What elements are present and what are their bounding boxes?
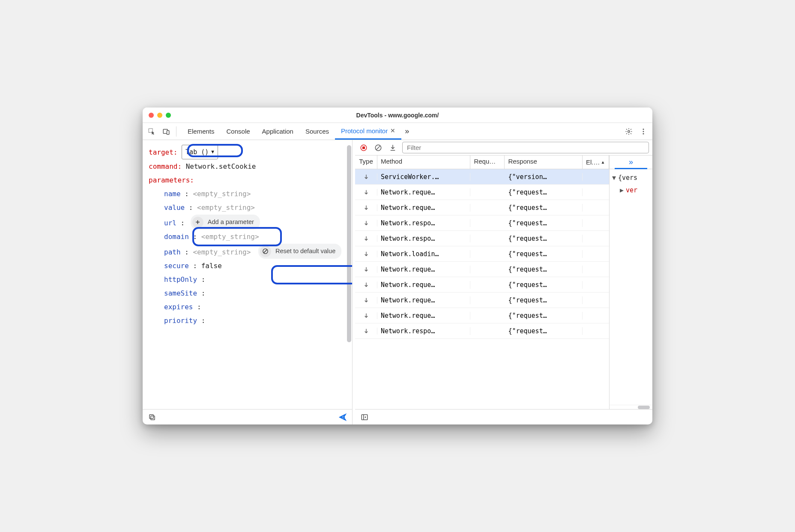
target-key: target (149, 148, 173, 156)
filter-input[interactable] (402, 142, 649, 153)
col-response[interactable]: Response (505, 155, 583, 169)
param-name: name (164, 190, 181, 198)
log-row[interactable]: Network.reque…{"request… (355, 185, 609, 200)
log-response: {"request… (505, 296, 583, 304)
param-value[interactable]: <empty_string> (193, 248, 251, 256)
param-value[interactable]: <empty_string> (197, 203, 255, 212)
log-response: {"request… (505, 219, 583, 227)
svg-point-5 (643, 131, 644, 132)
log-method: ServiceWorker.… (377, 173, 470, 181)
close-tab-icon[interactable]: ✕ (390, 127, 395, 134)
expand-arrow-icon[interactable]: ▼ (612, 172, 618, 184)
log-method: Network.reque… (377, 204, 470, 212)
command-value: Network.setCookie (186, 162, 256, 170)
tab-elements[interactable]: Elements (182, 123, 221, 140)
detail-key: ver (626, 186, 637, 194)
log-row[interactable]: Network.reque…{"request… (355, 200, 609, 215)
param-name: httpOnly (164, 275, 197, 284)
save-log-icon[interactable] (388, 143, 398, 153)
toggle-left-pane-icon[interactable] (359, 412, 370, 422)
settings-icon[interactable] (622, 125, 635, 138)
tab-label: Application (262, 128, 293, 135)
parameters-key: parameters (149, 176, 190, 184)
col-elapsed[interactable]: El.…▲ (583, 155, 609, 169)
plus-icon (192, 217, 203, 228)
editor-footer (143, 409, 352, 424)
reset-default-button[interactable]: Reset to default value (258, 244, 341, 259)
arrow-down-icon (355, 235, 377, 242)
log-row[interactable]: Network.respo…{"request… (355, 231, 609, 246)
log-row[interactable]: ServiceWorker.…{"version… (355, 169, 609, 185)
log-footer (355, 409, 652, 424)
log-row[interactable]: Network.respo…{"request… (355, 215, 609, 231)
copy-icon[interactable] (147, 412, 157, 422)
arrow-down-icon (355, 312, 377, 319)
log-response: {"request… (505, 204, 583, 212)
more-tabs-button[interactable]: » (401, 123, 412, 140)
arrow-down-icon (355, 328, 377, 335)
col-type[interactable]: Type (355, 155, 377, 169)
detail-tabs-overflow[interactable]: » (610, 155, 652, 169)
log-response: {"version… (505, 173, 583, 181)
arrow-down-icon (355, 220, 377, 227)
svg-rect-10 (151, 416, 155, 420)
param-value[interactable]: <empty_string> (201, 233, 259, 241)
kebab-menu-icon[interactable] (637, 125, 650, 138)
record-icon[interactable] (359, 143, 369, 153)
log-row[interactable]: Network.loadin…{"request… (355, 246, 609, 262)
log-toolbar (355, 140, 652, 155)
arrow-down-icon (355, 204, 377, 211)
log-table: Type Method Requ… Response El.…▲ Service… (355, 155, 610, 409)
param-value[interactable]: <empty_string> (193, 190, 251, 198)
param-name: expires (164, 303, 193, 311)
command-editor[interactable]: target: Tab () ▼ command: Network.setCoo… (143, 140, 352, 409)
tab-sources[interactable]: Sources (299, 123, 335, 140)
detail-line: {vers (618, 174, 637, 182)
log-row[interactable]: Network.reque…{"request… (355, 277, 609, 293)
svg-line-16 (377, 146, 380, 149)
editor-scrollbar[interactable] (347, 145, 351, 342)
toolbar-separator (176, 126, 176, 137)
device-toolbar-icon[interactable] (160, 125, 173, 138)
log-response: {"request… (505, 250, 583, 258)
close-window-button[interactable] (149, 113, 154, 118)
message-detail-pane: » ▼{vers ▶ver (610, 155, 652, 409)
inspect-element-icon[interactable] (145, 125, 158, 138)
log-row[interactable]: Network.reque…{"request… (355, 293, 609, 308)
col-method[interactable]: Method (377, 155, 470, 169)
param-name: domain (164, 233, 189, 241)
log-row[interactable]: Network.reque…{"request… (355, 262, 609, 277)
param-value[interactable]: false (201, 262, 222, 270)
protocol-log-pane: Type Method Requ… Response El.…▲ Service… (355, 140, 652, 424)
param-name: priority (164, 317, 197, 325)
tab-application[interactable]: Application (256, 123, 299, 140)
maximize-window-button[interactable] (166, 113, 171, 118)
tab-protocol-monitor[interactable]: Protocol monitor ✕ (335, 123, 401, 140)
col-request[interactable]: Requ… (470, 155, 505, 169)
log-row[interactable]: Network.respo…{"request… (355, 323, 609, 339)
arrow-down-icon (355, 281, 377, 288)
tab-console[interactable]: Console (221, 123, 256, 140)
target-dropdown[interactable]: Tab () ▼ (182, 145, 218, 159)
param-name: sameSite (164, 289, 197, 297)
chevron-down-icon: ▼ (211, 147, 214, 157)
command-editor-pane: target: Tab () ▼ command: Network.setCoo… (143, 140, 353, 424)
command-key: command (149, 162, 177, 170)
log-method: Network.loadin… (377, 250, 470, 258)
detail-h-scrollbar[interactable] (610, 405, 652, 409)
log-row[interactable]: Network.reque…{"request… (355, 308, 609, 323)
svg-rect-11 (149, 415, 153, 418)
log-table-header: Type Method Requ… Response El.…▲ (355, 155, 609, 169)
expand-arrow-icon[interactable]: ▶ (620, 184, 626, 197)
tab-label: Console (227, 128, 250, 135)
add-parameter-button[interactable]: Add a parameter (191, 215, 260, 230)
send-command-icon[interactable] (338, 412, 348, 422)
log-response: {"request… (505, 312, 583, 320)
minimize-window-button[interactable] (157, 113, 162, 118)
log-method: Network.respo… (377, 235, 470, 242)
pane-splitter[interactable] (353, 140, 355, 424)
clear-log-icon[interactable] (373, 143, 383, 153)
target-value: Tab () (185, 146, 209, 158)
arrow-down-icon (355, 251, 377, 257)
log-method: Network.reque… (377, 312, 470, 320)
